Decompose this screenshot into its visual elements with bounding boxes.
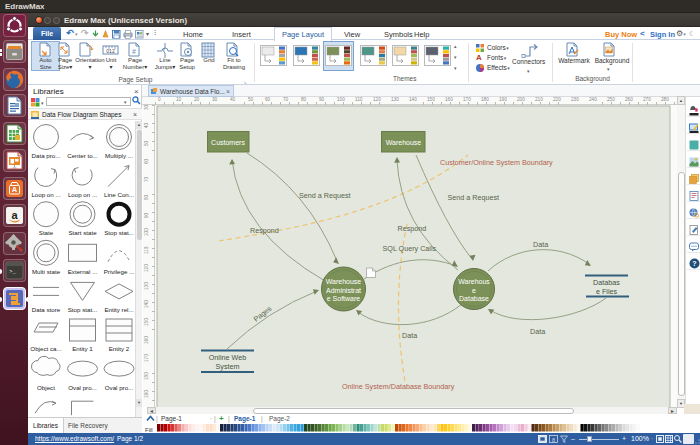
svg-text:Object: Object <box>37 384 55 391</box>
svg-text:Multi state: Multi state <box>32 268 61 275</box>
svg-text:Customers: Customers <box>211 139 245 146</box>
svg-text:Line Con...: Line Con... <box>104 191 134 198</box>
svg-text:8: 8 <box>552 437 555 443</box>
svg-text:Data store: Data store <box>32 306 61 313</box>
svg-text:Data pro...: Data pro... <box>32 152 61 159</box>
svg-text:Privilege ...: Privilege ... <box>104 268 135 275</box>
svg-text:Object ca...: Object ca... <box>30 345 62 352</box>
svg-text:SQL Query Calls: SQL Query Calls <box>383 244 437 253</box>
svg-text:e: e <box>472 287 476 294</box>
svg-text:Loop on ...: Loop on ... <box>68 191 98 198</box>
svg-text:Start state: Start state <box>68 229 97 236</box>
svg-text:Entity 1: Entity 1 <box>72 345 93 352</box>
svg-text:Warehouse: Warehouse <box>326 278 362 285</box>
svg-text:Online System/Database Boundar: Online System/Database Boundary <box>342 382 455 391</box>
svg-text:e Files: e Files <box>596 287 618 296</box>
svg-text:A: A <box>11 185 17 194</box>
svg-text:Warehous: Warehous <box>458 278 490 285</box>
svg-text:Respond: Respond <box>250 226 279 235</box>
svg-text:Warehouse: Warehouse <box>386 139 422 146</box>
svg-text:Data: Data <box>402 331 417 340</box>
svg-text:Customer/Online System Boundar: Customer/Online System Boundary <box>440 158 553 167</box>
svg-text:Data: Data <box>530 327 545 336</box>
svg-text:?: ? <box>692 260 696 267</box>
svg-text:Stop stat...: Stop stat... <box>104 229 134 236</box>
svg-text:External ...: External ... <box>68 268 98 275</box>
svg-text:Administrat: Administrat <box>326 287 361 294</box>
svg-text:>_: >_ <box>9 268 17 275</box>
svg-text:Multiply ...: Multiply ... <box>105 152 133 159</box>
svg-text:Send a Request: Send a Request <box>448 193 500 202</box>
svg-text:Send a Request: Send a Request <box>299 191 351 200</box>
svg-text:System: System <box>216 362 240 371</box>
svg-text:Respond: Respond <box>398 224 427 233</box>
svg-text:Data: Data <box>533 240 548 249</box>
svg-text:Entity rel...: Entity rel... <box>104 306 134 313</box>
svg-text:Oval pro...: Oval pro... <box>68 384 97 391</box>
svg-text:Oval pro...: Oval pro... <box>105 384 134 391</box>
svg-text:State: State <box>39 229 54 236</box>
svg-text:e Software: e Software <box>327 295 361 302</box>
svg-text:Stop stat...: Stop stat... <box>68 306 98 313</box>
svg-text:Database: Database <box>459 295 489 302</box>
svg-text:Center to...: Center to... <box>67 152 98 159</box>
svg-text:a: a <box>11 209 18 221</box>
svg-text:Entity 2: Entity 2 <box>109 345 130 352</box>
svg-text:Loop on ...: Loop on ... <box>31 191 61 198</box>
